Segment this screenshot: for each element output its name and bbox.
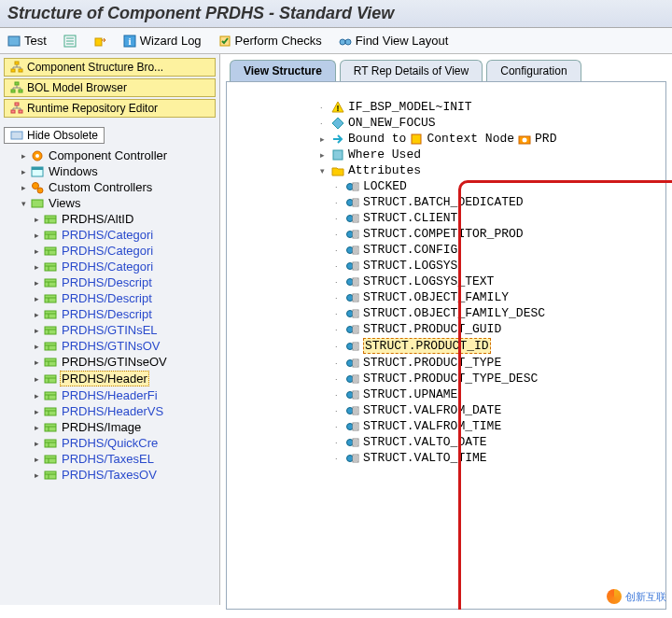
svg-text:i: i xyxy=(128,35,131,47)
attribute-item[interactable]: ·STRUCT.BATCH_DEDICATED xyxy=(335,194,660,210)
bullet-icon: · xyxy=(335,277,343,287)
expander-icon[interactable]: ▸ xyxy=(32,215,41,224)
tree-node-component-controller[interactable]: ▸ Component Controller xyxy=(6,147,219,163)
expander-icon[interactable]: ▸ xyxy=(320,150,328,160)
tree-view-item[interactable]: ▸PRDHS/QuickCre xyxy=(6,435,219,451)
tab-configuration[interactable]: Configuration xyxy=(486,60,581,81)
expander-icon[interactable]: ▸ xyxy=(32,471,41,480)
tree-node-custom-controllers[interactable]: ▸ Custom Controllers xyxy=(6,179,219,195)
attribute-item[interactable]: ·STRUCT.OBJECT_FAMILY xyxy=(335,289,660,305)
attribute-item[interactable]: ·STRUCT.COMPETITOR_PROD xyxy=(335,226,660,242)
attribute-item[interactable]: ·LOCKED xyxy=(335,178,660,194)
tree-node-onnewfocus[interactable]: · ON_NEW_FOCUS xyxy=(320,115,660,131)
runtime-icon xyxy=(10,102,23,115)
runtime-repo-button[interactable]: Runtime Repository Editor xyxy=(4,99,216,118)
tree-view-item[interactable]: ▸PRDHS/Categori xyxy=(6,243,219,259)
attribute-item[interactable]: ·STRUCT.VALTO_DATE xyxy=(335,434,660,450)
expander-icon[interactable]: ▸ xyxy=(32,262,41,272)
expander-icon[interactable]: ▸ xyxy=(32,231,41,240)
expander-collapse-icon[interactable]: ▾ xyxy=(19,199,28,208)
expander-icon[interactable]: ▸ xyxy=(320,134,328,144)
tree-label: PRDHS/GTINseOV xyxy=(60,355,169,369)
tab-rt-rep[interactable]: RT Rep Details of View xyxy=(340,60,483,81)
attribute-label: STRUCT.VALFROM_DATE xyxy=(363,403,501,417)
tree-node-views[interactable]: ▾ Views xyxy=(6,195,219,211)
attribute-item[interactable]: ·STRUCT.VALFROM_TIME xyxy=(335,418,660,434)
find-view-layout-button[interactable]: Find View Layout xyxy=(339,34,449,48)
expander-icon[interactable]: ▸ xyxy=(32,391,41,400)
svg-rect-15 xyxy=(11,90,15,92)
tree-node-attributes[interactable]: ▾ Attributes xyxy=(320,162,660,178)
bol-model-button[interactable]: BOL Model Browser xyxy=(4,78,216,97)
attribute-item[interactable]: ·STRUCT.LOGSYS xyxy=(335,258,660,274)
wizard-log-button[interactable]: i Wizard Log xyxy=(123,34,202,48)
bullet-icon: · xyxy=(335,374,343,384)
expander-icon[interactable]: ▸ xyxy=(32,342,41,351)
tree-view-item[interactable]: ▸PRDHS/Descript xyxy=(6,290,219,306)
svg-rect-37 xyxy=(45,263,56,271)
attribute-item[interactable]: ·STRUCT.PRODUCT_GUID xyxy=(335,321,660,337)
tree-view-item[interactable]: ▸PRDHS/GTINsEL xyxy=(6,322,219,338)
perform-checks-button[interactable]: Perform Checks xyxy=(218,34,322,48)
tree-view-item[interactable]: ▸PRDHS/AltID xyxy=(6,211,219,227)
bullet-icon: · xyxy=(335,390,343,400)
expander-icon[interactable]: ▸ xyxy=(32,439,41,448)
tree-view-item[interactable]: ▸PRDHS/HeaderVS xyxy=(6,403,219,419)
attribute-item[interactable]: ·STRUCT.LOGSYS_TEXT xyxy=(335,274,660,289)
expander-icon[interactable]: ▸ xyxy=(32,326,41,335)
test-button[interactable]: Test xyxy=(7,34,47,48)
attribute-item[interactable]: ·STRUCT.PRODUCT_ID xyxy=(335,337,660,355)
expander-icon[interactable]: ▸ xyxy=(32,294,41,303)
svg-point-144 xyxy=(347,375,354,382)
expander-icon[interactable]: ▸ xyxy=(32,407,41,416)
test-icon xyxy=(7,35,21,48)
expander-icon[interactable]: ▸ xyxy=(32,278,41,288)
expander-icon[interactable]: ▸ xyxy=(32,455,41,464)
attribute-item[interactable]: ·STRUCT.CLIENT xyxy=(335,210,660,226)
tree-view-item[interactable]: ▸PRDHS/TaxesEL xyxy=(6,451,219,467)
attribute-item[interactable]: ·STRUCT.UPNAME xyxy=(335,386,660,402)
form-icon[interactable] xyxy=(63,35,77,48)
tree-view-item[interactable]: ▸PRDHS/Descript xyxy=(6,274,219,290)
export-icon[interactable] xyxy=(93,35,106,48)
svg-rect-34 xyxy=(45,247,56,255)
expander-icon[interactable]: ▸ xyxy=(19,183,28,192)
tree-label: PRDHS/AltID xyxy=(60,212,135,226)
attribute-item[interactable]: ·STRUCT.PRODUCT_TYPE xyxy=(335,355,660,371)
tree-node-boundto[interactable]: ▸ Bound to Context Node PRD xyxy=(320,131,660,147)
expander-icon[interactable]: ▸ xyxy=(32,246,41,256)
tree-view-item[interactable]: ▸PRDHS/Descript xyxy=(6,306,219,322)
attribute-item[interactable]: ·STRUCT.PRODUCT_TYPE_DESC xyxy=(335,371,660,386)
tree-view-item[interactable]: ▸PRDHS/GTINseOV xyxy=(6,354,219,370)
tree-view-item[interactable]: ▸PRDHS/GTINsOV xyxy=(6,338,219,354)
expander-icon[interactable]: ▸ xyxy=(32,358,41,367)
svg-point-94 xyxy=(347,215,354,221)
tree-node-whereused[interactable]: ▸ Where Used xyxy=(320,147,660,162)
tree-label: PRDHS/HeaderFi xyxy=(60,388,160,402)
attribute-item[interactable]: ·STRUCT.OBJECT_FAMILY_DESC xyxy=(335,305,660,321)
expander-icon[interactable]: ▸ xyxy=(32,310,41,319)
tree-view-item[interactable]: ▸PRDHS/Categori xyxy=(6,227,219,243)
bullet-icon: · xyxy=(335,454,343,463)
expander-icon[interactable]: ▸ xyxy=(19,167,28,176)
expander-icon[interactable]: ▸ xyxy=(32,423,41,432)
component-structure-button[interactable]: Component Structure Bro... xyxy=(4,58,216,77)
attribute-label: STRUCT.LOGSYS_TEXT xyxy=(363,274,494,288)
expander-icon[interactable]: ▸ xyxy=(19,151,28,161)
tree-node-windows[interactable]: ▸ Windows xyxy=(6,163,219,179)
attribute-item[interactable]: ·STRUCT.VALTO_TIME xyxy=(335,450,660,466)
tree-view-item[interactable]: ▸PRDHS/HeaderFi xyxy=(6,387,219,403)
tree-view-item[interactable]: ▸PRDHS/Image xyxy=(6,419,219,435)
tree-view-item[interactable]: ▸PRDHS/TaxesOV xyxy=(6,467,219,483)
attribute-item[interactable]: ·STRUCT.CONFIG xyxy=(335,242,660,258)
attribute-item[interactable]: ·STRUCT.VALFROM_DATE xyxy=(335,402,660,418)
svg-point-25 xyxy=(33,182,39,189)
tree-view-item[interactable]: ▸PRDHS/Categori xyxy=(6,259,219,274)
attribute-label: STRUCT.BATCH_DEDICATED xyxy=(363,195,524,209)
hide-obsolete-button[interactable]: Hide Obsolete xyxy=(4,127,105,144)
tree-view-item[interactable]: ▸PRDHS/Header xyxy=(6,370,219,387)
tab-view-structure[interactable]: View Structure xyxy=(230,60,336,81)
expander-icon[interactable]: ▸ xyxy=(32,374,41,384)
expander-collapse-icon[interactable]: ▾ xyxy=(320,166,328,176)
tree-node-ifbsp[interactable]: · ! IF_BSP_MODEL~INIT xyxy=(320,99,660,115)
